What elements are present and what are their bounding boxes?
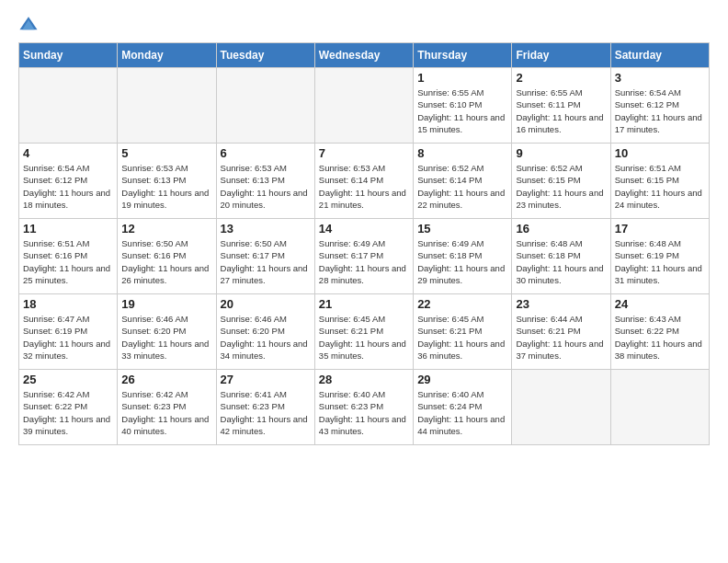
week-row-4: 18Sunrise: 6:47 AM Sunset: 6:19 PM Dayli…	[19, 294, 710, 370]
day-number: 9	[516, 146, 606, 160]
day-info: Sunrise: 6:54 AM Sunset: 6:12 PM Dayligh…	[23, 162, 113, 211]
calendar-cell: 14Sunrise: 6:49 AM Sunset: 6:17 PM Dayli…	[314, 219, 413, 294]
logo-icon	[18, 15, 39, 35]
calendar-cell: 26Sunrise: 6:42 AM Sunset: 6:23 PM Dayli…	[118, 370, 216, 445]
day-info: Sunrise: 6:43 AM Sunset: 6:22 PM Dayligh…	[615, 313, 705, 362]
day-number: 8	[417, 146, 507, 160]
day-number: 2	[516, 71, 606, 85]
day-info: Sunrise: 6:53 AM Sunset: 6:14 PM Dayligh…	[319, 162, 409, 211]
day-info: Sunrise: 6:46 AM Sunset: 6:20 PM Dayligh…	[221, 313, 311, 362]
day-number: 7	[319, 146, 409, 160]
calendar-cell: 28Sunrise: 6:40 AM Sunset: 6:23 PM Dayli…	[314, 370, 413, 445]
weekday-header-wednesday: Wednesday	[314, 43, 413, 68]
calendar-cell	[314, 68, 413, 144]
calendar-cell	[118, 68, 216, 144]
calendar-cell: 3Sunrise: 6:54 AM Sunset: 6:12 PM Daylig…	[610, 68, 709, 144]
calendar-cell: 25Sunrise: 6:42 AM Sunset: 6:22 PM Dayli…	[19, 370, 118, 445]
day-number: 28	[319, 373, 409, 386]
weekday-header-tuesday: Tuesday	[216, 43, 314, 68]
day-info: Sunrise: 6:48 AM Sunset: 6:19 PM Dayligh…	[615, 237, 705, 286]
calendar-cell: 2Sunrise: 6:55 AM Sunset: 6:11 PM Daylig…	[512, 68, 610, 144]
day-number: 16	[516, 222, 606, 236]
day-info: Sunrise: 6:55 AM Sunset: 6:10 PM Dayligh…	[417, 86, 507, 135]
calendar-cell	[19, 68, 118, 144]
day-info: Sunrise: 6:48 AM Sunset: 6:18 PM Dayligh…	[516, 237, 606, 286]
day-info: Sunrise: 6:50 AM Sunset: 6:16 PM Dayligh…	[121, 237, 211, 286]
day-info: Sunrise: 6:45 AM Sunset: 6:21 PM Dayligh…	[319, 313, 409, 362]
day-number: 24	[615, 297, 705, 311]
day-info: Sunrise: 6:50 AM Sunset: 6:17 PM Dayligh…	[221, 237, 311, 286]
weekday-header-friday: Friday	[512, 43, 610, 68]
day-info: Sunrise: 6:53 AM Sunset: 6:13 PM Dayligh…	[221, 162, 311, 211]
day-info: Sunrise: 6:41 AM Sunset: 6:23 PM Dayligh…	[221, 388, 311, 437]
weekday-header-thursday: Thursday	[414, 43, 512, 68]
day-info: Sunrise: 6:44 AM Sunset: 6:21 PM Dayligh…	[516, 313, 606, 362]
day-number: 13	[221, 222, 311, 236]
calendar-cell: 27Sunrise: 6:41 AM Sunset: 6:23 PM Dayli…	[216, 370, 314, 445]
day-number: 26	[121, 373, 211, 386]
calendar-cell: 16Sunrise: 6:48 AM Sunset: 6:18 PM Dayli…	[512, 219, 610, 294]
weekday-header-row: SundayMondayTuesdayWednesdayThursdayFrid…	[19, 43, 710, 68]
calendar-cell: 20Sunrise: 6:46 AM Sunset: 6:20 PM Dayli…	[216, 294, 314, 370]
week-row-5: 25Sunrise: 6:42 AM Sunset: 6:22 PM Dayli…	[19, 370, 710, 445]
weekday-header-saturday: Saturday	[610, 43, 709, 68]
calendar-cell: 9Sunrise: 6:52 AM Sunset: 6:15 PM Daylig…	[512, 144, 610, 219]
day-info: Sunrise: 6:47 AM Sunset: 6:19 PM Dayligh…	[23, 313, 113, 362]
logo	[18, 15, 42, 35]
calendar-cell: 10Sunrise: 6:51 AM Sunset: 6:15 PM Dayli…	[610, 144, 709, 219]
calendar-cell	[512, 370, 610, 445]
day-info: Sunrise: 6:45 AM Sunset: 6:21 PM Dayligh…	[417, 313, 507, 362]
week-row-1: 1Sunrise: 6:55 AM Sunset: 6:10 PM Daylig…	[19, 68, 710, 144]
day-info: Sunrise: 6:49 AM Sunset: 6:17 PM Dayligh…	[319, 237, 409, 286]
day-info: Sunrise: 6:49 AM Sunset: 6:18 PM Dayligh…	[417, 237, 507, 286]
calendar-cell: 29Sunrise: 6:40 AM Sunset: 6:24 PM Dayli…	[414, 370, 512, 445]
day-info: Sunrise: 6:54 AM Sunset: 6:12 PM Dayligh…	[615, 86, 705, 135]
calendar-cell: 22Sunrise: 6:45 AM Sunset: 6:21 PM Dayli…	[414, 294, 512, 370]
calendar-cell: 24Sunrise: 6:43 AM Sunset: 6:22 PM Dayli…	[610, 294, 709, 370]
weekday-header-monday: Monday	[118, 43, 216, 68]
calendar-cell: 17Sunrise: 6:48 AM Sunset: 6:19 PM Dayli…	[610, 219, 709, 294]
day-number: 15	[417, 222, 507, 236]
day-info: Sunrise: 6:40 AM Sunset: 6:23 PM Dayligh…	[319, 388, 409, 437]
day-number: 22	[417, 297, 507, 311]
day-info: Sunrise: 6:52 AM Sunset: 6:15 PM Dayligh…	[516, 162, 606, 211]
day-number: 19	[121, 297, 211, 311]
week-row-2: 4Sunrise: 6:54 AM Sunset: 6:12 PM Daylig…	[19, 144, 710, 219]
day-number: 25	[23, 373, 113, 386]
header	[18, 15, 710, 35]
day-number: 6	[221, 146, 311, 160]
calendar-cell: 4Sunrise: 6:54 AM Sunset: 6:12 PM Daylig…	[19, 144, 118, 219]
day-number: 29	[417, 373, 507, 386]
day-info: Sunrise: 6:51 AM Sunset: 6:15 PM Dayligh…	[615, 162, 705, 211]
calendar-cell: 15Sunrise: 6:49 AM Sunset: 6:18 PM Dayli…	[414, 219, 512, 294]
day-number: 3	[615, 71, 705, 85]
calendar-cell: 13Sunrise: 6:50 AM Sunset: 6:17 PM Dayli…	[216, 219, 314, 294]
day-number: 4	[23, 146, 113, 160]
day-info: Sunrise: 6:53 AM Sunset: 6:13 PM Dayligh…	[121, 162, 211, 211]
calendar-cell: 23Sunrise: 6:44 AM Sunset: 6:21 PM Dayli…	[512, 294, 610, 370]
week-row-3: 11Sunrise: 6:51 AM Sunset: 6:16 PM Dayli…	[19, 219, 710, 294]
day-number: 17	[615, 222, 705, 236]
calendar-cell: 19Sunrise: 6:46 AM Sunset: 6:20 PM Dayli…	[118, 294, 216, 370]
day-info: Sunrise: 6:42 AM Sunset: 6:23 PM Dayligh…	[121, 388, 211, 437]
day-info: Sunrise: 6:42 AM Sunset: 6:22 PM Dayligh…	[23, 388, 113, 437]
day-number: 1	[417, 71, 507, 85]
day-info: Sunrise: 6:55 AM Sunset: 6:11 PM Dayligh…	[516, 86, 606, 135]
calendar-cell: 6Sunrise: 6:53 AM Sunset: 6:13 PM Daylig…	[216, 144, 314, 219]
calendar-cell	[216, 68, 314, 144]
calendar-cell: 7Sunrise: 6:53 AM Sunset: 6:14 PM Daylig…	[314, 144, 413, 219]
calendar-cell: 18Sunrise: 6:47 AM Sunset: 6:19 PM Dayli…	[19, 294, 118, 370]
calendar-cell: 1Sunrise: 6:55 AM Sunset: 6:10 PM Daylig…	[414, 68, 512, 144]
calendar-cell	[610, 370, 709, 445]
day-info: Sunrise: 6:40 AM Sunset: 6:24 PM Dayligh…	[417, 388, 507, 437]
day-number: 23	[516, 297, 606, 311]
day-number: 12	[121, 222, 211, 236]
calendar-cell: 8Sunrise: 6:52 AM Sunset: 6:14 PM Daylig…	[414, 144, 512, 219]
calendar-cell: 11Sunrise: 6:51 AM Sunset: 6:16 PM Dayli…	[19, 219, 118, 294]
day-info: Sunrise: 6:52 AM Sunset: 6:14 PM Dayligh…	[417, 162, 507, 211]
day-number: 10	[615, 146, 705, 160]
day-number: 18	[23, 297, 113, 311]
day-info: Sunrise: 6:46 AM Sunset: 6:20 PM Dayligh…	[121, 313, 211, 362]
calendar-cell: 12Sunrise: 6:50 AM Sunset: 6:16 PM Dayli…	[118, 219, 216, 294]
day-number: 21	[319, 297, 409, 311]
